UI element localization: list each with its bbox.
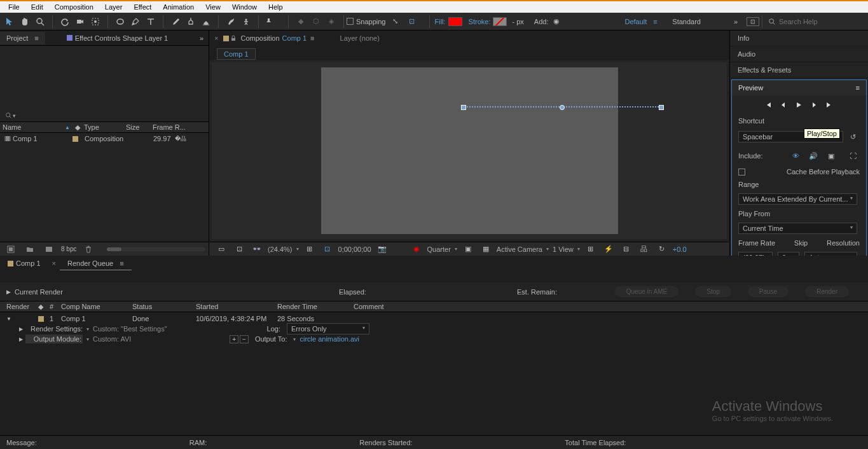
trash-icon[interactable] xyxy=(81,242,95,256)
snapping-toggle[interactable]: Snapping ⤡ ⊡ xyxy=(347,15,419,29)
type-tool-icon[interactable] xyxy=(144,15,158,29)
composition-viewer[interactable] xyxy=(212,62,727,239)
workspace-menu-icon[interactable]: ≡ xyxy=(648,15,662,29)
grid-icon[interactable]: ⊞ xyxy=(303,242,317,256)
bpc-display[interactable]: 8 bpc xyxy=(61,245,76,252)
sync-icon[interactable]: ⊡ xyxy=(747,17,759,26)
include-audio-icon[interactable]: 🔊 xyxy=(806,149,820,163)
timeline-icon[interactable]: ⊟ xyxy=(619,242,633,256)
workspace-default[interactable]: Default xyxy=(624,18,647,25)
zoom-tool-icon[interactable] xyxy=(33,15,47,29)
menu-window[interactable]: Window xyxy=(226,2,263,12)
menu-view[interactable]: View xyxy=(200,2,226,12)
menu-composition[interactable]: Composition xyxy=(49,2,99,12)
snap-edge-icon[interactable]: ⤡ xyxy=(389,15,403,29)
flowchart-icon[interactable]: �品 xyxy=(174,132,188,146)
include-video-icon[interactable]: 👁 xyxy=(789,149,803,163)
col-status[interactable]: Status xyxy=(132,303,196,310)
col-label[interactable]: ◆ xyxy=(38,303,50,311)
shape-handle-left[interactable] xyxy=(461,105,466,110)
col-rendertime[interactable]: Render Time xyxy=(277,303,354,310)
hand-tool-icon[interactable] xyxy=(18,15,32,29)
zoom-level[interactable]: (24.4%) xyxy=(268,245,293,253)
snapshot-icon[interactable]: 📷 xyxy=(375,242,389,256)
new-comp-icon[interactable] xyxy=(42,242,56,256)
cache-checkbox[interactable]: Cache Before Playback xyxy=(732,165,866,178)
info-panel-tab[interactable]: Info xyxy=(730,31,868,46)
menu-effect[interactable]: Effect xyxy=(128,2,157,12)
local-axis-icon[interactable]: ◆ xyxy=(294,15,308,29)
channel-icon[interactable]: ◉ xyxy=(410,242,424,256)
pin-tool-icon[interactable] xyxy=(261,15,275,29)
menu-animation[interactable]: Animation xyxy=(157,2,200,12)
stroke-swatch[interactable] xyxy=(493,17,507,26)
project-tab[interactable]: Project ≡ xyxy=(0,32,45,45)
audio-panel-tab[interactable]: Audio xyxy=(730,46,868,62)
orbit-tool-icon[interactable] xyxy=(58,15,72,29)
range-dropdown[interactable]: Work Area Extended By Current...▾ xyxy=(738,193,857,205)
stop-button[interactable]: Stop xyxy=(695,286,731,297)
close-tab-icon[interactable]: × xyxy=(209,34,223,42)
col-render[interactable]: Render xyxy=(6,303,38,310)
composition-name[interactable]: Comp 1 xyxy=(282,34,307,42)
selection-tool-icon[interactable] xyxy=(3,15,17,29)
shape-handle-right[interactable] xyxy=(659,105,664,110)
transparency-icon[interactable]: ▦ xyxy=(479,242,493,256)
fast-preview-icon[interactable]: ⚡ xyxy=(602,242,616,256)
layer-panel-label[interactable]: Layer (none) xyxy=(340,34,380,42)
project-search[interactable]: ▾ xyxy=(0,109,209,121)
camera-tool-icon[interactable] xyxy=(73,15,87,29)
camera-dropdown[interactable]: Active Camera xyxy=(497,245,542,253)
add-mode-icon[interactable]: ◉ xyxy=(549,15,563,29)
panel-menu-icon[interactable]: ≡ xyxy=(856,84,860,92)
magnify-icon[interactable]: ▭ xyxy=(214,242,228,256)
col-compname[interactable]: Comp Name xyxy=(61,303,132,310)
fill-label[interactable]: Fill: xyxy=(435,18,446,25)
timeline-tab-renderqueue[interactable]: Render Queue ≡ xyxy=(60,257,132,270)
menu-edit[interactable]: Edit xyxy=(25,2,49,12)
roto-tool-icon[interactable] xyxy=(224,15,238,29)
flowchart-icon[interactable]: 品 xyxy=(637,242,651,256)
next-frame-icon[interactable] xyxy=(810,100,819,109)
eraser-tool-icon[interactable] xyxy=(199,15,213,29)
pan-behind-tool-icon[interactable] xyxy=(88,15,102,29)
add-output-icon[interactable]: + xyxy=(230,335,238,343)
output-module-value[interactable]: Custom: AVI xyxy=(93,335,131,343)
quality-dropdown[interactable]: Quarter xyxy=(427,245,451,253)
interpret-footage-icon[interactable] xyxy=(4,242,18,256)
pause-button[interactable]: Pause xyxy=(748,286,789,297)
clone-tool-icon[interactable] xyxy=(184,15,198,29)
col-comment[interactable]: Comment xyxy=(354,303,384,310)
overflow-icon[interactable]: » xyxy=(195,34,209,42)
col-started[interactable]: Started xyxy=(196,303,277,310)
reset-icon[interactable]: ↺ xyxy=(846,130,860,144)
lock-icon[interactable] xyxy=(229,31,238,45)
close-tab-icon[interactable]: × xyxy=(48,259,60,267)
brush-tool-icon[interactable] xyxy=(169,15,183,29)
rs-dropdown-icon[interactable]: ▾ xyxy=(86,326,89,332)
col-size[interactable]: Size xyxy=(123,122,150,132)
region-icon[interactable]: ▣ xyxy=(461,242,475,256)
guides-icon[interactable]: ⊡ xyxy=(320,242,334,256)
shape-handle-mid[interactable] xyxy=(560,105,565,110)
menu-layer[interactable]: Layer xyxy=(99,2,128,12)
overflow-icon[interactable]: » xyxy=(729,15,743,29)
render-settings-value[interactable]: Custom: "Best Settings" xyxy=(93,325,167,333)
snap-point-icon[interactable]: ⊡ xyxy=(405,15,419,29)
prev-frame-icon[interactable] xyxy=(780,100,789,109)
effects-presets-tab[interactable]: Effects & Presets xyxy=(730,62,868,78)
project-item-row[interactable]: Comp 1 Composition 29.97 �品 xyxy=(0,133,209,144)
timecode[interactable]: 0;00;00;00 xyxy=(338,245,371,253)
exposure[interactable]: +0.0 xyxy=(673,245,687,253)
resolution-icon[interactable]: ⊡ xyxy=(232,242,246,256)
rectangle-tool-icon[interactable] xyxy=(113,15,127,29)
panel-menu-icon[interactable]: ≡ xyxy=(120,259,123,267)
fullscreen-icon[interactable]: ⛶ xyxy=(846,149,860,163)
first-frame-icon[interactable] xyxy=(764,100,773,109)
stroke-width[interactable]: - px xyxy=(512,18,523,25)
fill-swatch[interactable] xyxy=(448,17,462,26)
col-label-icon[interactable]: ◆ xyxy=(72,122,81,133)
reset-exposure-icon[interactable]: ↻ xyxy=(655,242,669,256)
include-overlays-icon[interactable]: ▣ xyxy=(824,149,838,163)
canvas[interactable] xyxy=(321,67,618,234)
